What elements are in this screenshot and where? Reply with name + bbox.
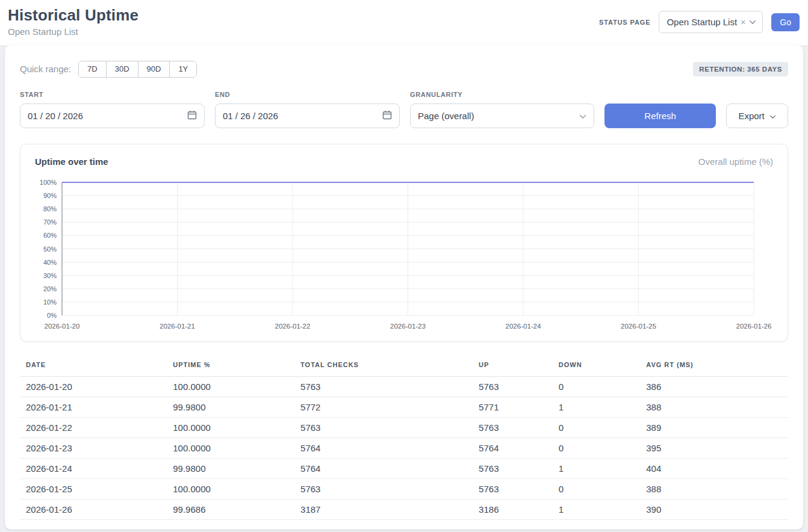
chart-legend: Overall uptime (%)	[698, 156, 773, 167]
export-button[interactable]: Export	[726, 104, 788, 128]
table-cell: 0	[554, 417, 641, 438]
table-cell: 389	[641, 417, 788, 438]
table-row: 2026-01-20100.0000576357630386	[20, 376, 788, 397]
x-axis-labels: 2026-01-202026-01-212026-01-222026-01-23…	[45, 323, 772, 330]
table-cell: 5763	[474, 478, 554, 499]
start-date-input[interactable]: 01 / 20 / 2026	[20, 104, 205, 128]
topbar-controls: STATUS PAGE Open Startup List × Go	[599, 11, 800, 33]
table-cell: 388	[641, 397, 788, 417]
table-cell: 2026-01-24	[20, 458, 168, 478]
start-date-label: START	[20, 91, 205, 98]
svg-text:80%: 80%	[43, 205, 57, 212]
end-date-label: END	[215, 91, 400, 98]
column-header: TOTAL CHECKS	[296, 356, 474, 377]
retention-badge: RETENTION: 365 DAYS	[693, 62, 788, 76]
uptime-chart-card: Uptime over time Overall uptime (%) 100%…	[20, 144, 788, 342]
end-date-input[interactable]: 01 / 26 / 2026	[215, 104, 400, 128]
granularity-select[interactable]: Page (overall)	[410, 104, 594, 128]
quick-range-group: 7D30D90D1Y	[78, 61, 197, 78]
table-cell: 2026-01-23	[20, 438, 168, 458]
quick-range-90d-button[interactable]: 90D	[138, 61, 170, 77]
svg-text:2026-01-26: 2026-01-26	[736, 323, 772, 330]
uptime-line-chart: 100%90%80%70%60%50%40%30%20%10%0%2026-01…	[35, 175, 774, 334]
quick-range-7d-button[interactable]: 7D	[79, 61, 106, 77]
table-cell: 5764	[296, 438, 474, 458]
calendar-icon[interactable]	[187, 110, 197, 122]
granularity-selected-value: Page (overall)	[418, 111, 474, 121]
start-date-value: 01 / 20 / 2026	[28, 111, 83, 121]
table-row: 2026-01-23100.0000576457640395	[20, 438, 788, 458]
calendar-icon[interactable]	[382, 110, 392, 122]
svg-text:30%: 30%	[43, 271, 57, 279]
chevron-down-icon	[749, 20, 756, 25]
svg-text:2026-01-24: 2026-01-24	[506, 323, 541, 330]
table-cell: 5764	[474, 438, 554, 458]
svg-text:0%: 0%	[47, 312, 57, 319]
table-cell: 3186	[474, 499, 554, 519]
table-cell: 2026-01-21	[20, 397, 168, 417]
table-cell: 99.9800	[168, 397, 296, 417]
quick-range-30d-button[interactable]: 30D	[106, 61, 138, 77]
table-cell: 5771	[474, 397, 554, 417]
table-cell: 100.0000	[168, 478, 296, 499]
status-page-selected-value: Open Startup List	[667, 17, 737, 27]
chevron-down-icon	[769, 111, 776, 121]
table-cell: 5772	[296, 397, 474, 417]
uptime-table: DATEUPTIME %TOTAL CHECKSUPDOWNAVG RT (MS…	[20, 356, 788, 520]
svg-text:50%: 50%	[43, 245, 57, 252]
chart-title: Uptime over time	[35, 156, 108, 167]
refresh-button[interactable]: Refresh	[604, 104, 716, 128]
table-cell: 5764	[296, 458, 474, 478]
svg-text:100%: 100%	[40, 179, 57, 186]
table-cell: 2026-01-20	[20, 376, 168, 397]
table-cell: 0	[554, 478, 641, 499]
chart-header: Uptime over time Overall uptime (%)	[35, 156, 773, 167]
end-date-value: 01 / 26 / 2026	[223, 111, 278, 121]
table-cell: 388	[641, 478, 788, 499]
table-header: DATEUPTIME %TOTAL CHECKSUPDOWNAVG RT (MS…	[20, 356, 788, 377]
page-subtitle: Open Startup List	[8, 26, 138, 37]
status-page-select[interactable]: Open Startup List ×	[659, 11, 763, 33]
table-row: 2026-01-2199.9800577257711388	[20, 397, 788, 417]
table-cell: 2026-01-25	[20, 478, 168, 499]
table-cell: 99.9800	[168, 458, 296, 478]
table-cell: 3187	[296, 499, 474, 519]
granularity-field-group: GRANULARITY Page (overall)	[410, 91, 594, 128]
table-cell: 0	[554, 438, 641, 458]
table-row: 2026-01-2499.9800576457631404	[20, 458, 788, 478]
table-cell: 1	[554, 499, 641, 519]
table-cell: 0	[554, 376, 641, 397]
table-cell: 100.0000	[168, 417, 296, 438]
table-cell: 5763	[296, 376, 474, 397]
svg-text:2026-01-20: 2026-01-20	[45, 323, 80, 330]
column-header: DOWN	[554, 356, 641, 377]
granularity-label: GRANULARITY	[410, 91, 594, 98]
table-row: 2026-01-22100.0000576357630389	[20, 417, 788, 438]
clear-selection-icon[interactable]: ×	[741, 18, 745, 26]
svg-text:2026-01-22: 2026-01-22	[275, 323, 311, 330]
filters-row: START 01 / 20 / 2026 END 01 / 26 / 2026 …	[20, 91, 788, 128]
svg-text:60%: 60%	[43, 232, 57, 239]
table-row: 2026-01-25100.0000576357630388	[20, 478, 788, 499]
chevron-down-icon	[579, 111, 586, 121]
go-button[interactable]: Go	[771, 13, 800, 31]
quick-range-row: Quick range: 7D30D90D1Y RETENTION: 365 D…	[20, 61, 788, 78]
quick-range-1y-button[interactable]: 1Y	[169, 61, 196, 77]
table-cell: 100.0000	[168, 438, 296, 458]
column-header: UPTIME %	[168, 356, 296, 377]
export-button-label: Export	[738, 111, 764, 121]
table-cell: 390	[641, 499, 788, 519]
status-page-label: STATUS PAGE	[599, 19, 650, 26]
quick-range-label: Quick range:	[20, 64, 71, 74]
table-cell: 5763	[296, 478, 474, 499]
table-cell: 5763	[474, 417, 554, 438]
svg-text:2026-01-25: 2026-01-25	[621, 323, 656, 330]
page-title: Historical Uptime	[8, 6, 138, 25]
svg-text:20%: 20%	[43, 285, 57, 292]
table-cell: 5763	[296, 417, 474, 438]
table-cell: 2026-01-22	[20, 417, 168, 438]
svg-text:2026-01-23: 2026-01-23	[390, 323, 426, 330]
column-header: DATE	[20, 356, 168, 377]
table-cell: 1	[554, 458, 641, 478]
main-card: Quick range: 7D30D90D1Y RETENTION: 365 D…	[5, 45, 803, 530]
